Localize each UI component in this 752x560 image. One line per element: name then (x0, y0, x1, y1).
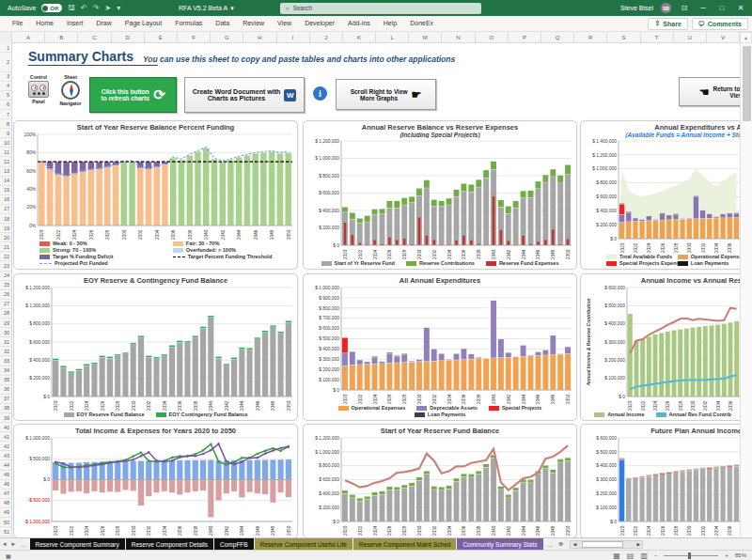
add-sheet-icon[interactable]: ⊕ (556, 540, 566, 548)
column-header[interactable]: A (12, 32, 45, 43)
ribbon-tab-draw[interactable]: Draw (89, 16, 118, 31)
zoom-out-icon[interactable]: − (654, 552, 658, 558)
save-icon[interactable]: 🖫 (68, 5, 75, 12)
ribbon-tab-formulas[interactable]: Formulas (168, 16, 209, 31)
comments-button[interactable]: 🗩Comments (692, 18, 748, 30)
row-header[interactable]: 28 (0, 309, 11, 319)
sheet-navigator-button[interactable]: Sheet Navigator (55, 74, 86, 106)
column-header[interactable]: B (45, 32, 78, 43)
ribbon-tab-developer[interactable]: Developer (298, 16, 341, 31)
minimize-icon[interactable]: ─ (697, 4, 709, 12)
horizontal-scrollbar[interactable]: ◀ ▶ (570, 540, 643, 549)
column-header[interactable]: F (178, 32, 211, 43)
zoom-slider-thumb[interactable] (688, 552, 691, 559)
maximize-icon[interactable]: □ (716, 4, 728, 12)
ribbon-tab-file[interactable]: File (6, 16, 29, 31)
row-header[interactable]: 1 (0, 43, 11, 53)
row-header[interactable]: 7 (0, 110, 11, 119)
sheet-tab-reserve-component-useful-life[interactable]: Reserve Component Useful Life (255, 538, 352, 551)
ribbon-tab-view[interactable]: View (271, 16, 298, 31)
sheet-tab-community-summary-stats[interactable]: Community Summary Stats (457, 538, 542, 551)
zoom-in-icon[interactable]: + (725, 552, 728, 558)
tab-nav-right-icon[interactable]: ▸ (9, 540, 19, 548)
pointer-icon[interactable]: ➤ (104, 5, 111, 12)
row-header[interactable]: 29 (0, 319, 11, 328)
row-header[interactable]: 44 (0, 460, 11, 470)
normal-view-icon[interactable]: ▦ (613, 552, 620, 560)
column-header[interactable]: S (607, 32, 640, 43)
tab-overflow-right-icon[interactable]: … (544, 541, 556, 548)
row-header[interactable]: 36 (0, 385, 11, 395)
row-header[interactable]: 17 (0, 205, 11, 214)
page-break-view-icon[interactable]: ▥ (640, 552, 648, 560)
autosave-toggle[interactable]: Off (41, 4, 62, 12)
select-all-corner[interactable] (0, 32, 12, 43)
row-header[interactable]: 8 (0, 119, 11, 129)
row-header[interactable]: 5 (0, 91, 11, 101)
row-header[interactable]: 38 (0, 404, 11, 413)
avatar[interactable]: SB (661, 3, 671, 13)
search-input[interactable]: ⌕Search (280, 3, 481, 14)
ribbon-tab-add-ins[interactable]: Add-ins (341, 16, 377, 31)
chart-card-expenditures-vs-available[interactable]: Annual Expenditures vs A(Available Funds… (580, 120, 745, 270)
ribbon-tab-data[interactable]: Data (209, 16, 236, 31)
row-header[interactable]: 31 (0, 337, 11, 347)
zoom-slider[interactable] (664, 555, 718, 556)
user-name[interactable]: Steve Bisel (620, 5, 653, 11)
row-header[interactable]: 23 (0, 261, 11, 271)
ribbon-tab-doneex[interactable]: DoneEx (403, 16, 440, 31)
sheet-tab-reserve-component-summary[interactable]: Reserve Component Summary (30, 538, 125, 551)
ribbon-tab-page-layout[interactable]: Page Layout (118, 16, 168, 31)
tab-nav-left-icon[interactable]: ◂ (0, 540, 9, 548)
chart-card-future-plan-income[interactable]: Future Plan Annual Income$ 0$ 100,000$ 2… (580, 424, 745, 537)
row-header[interactable]: 4 (0, 82, 11, 91)
row-header[interactable]: 48 (0, 499, 11, 508)
ribbon-tab-home[interactable]: Home (29, 16, 60, 31)
column-header[interactable]: D (112, 32, 145, 43)
sheet-tab-compffb[interactable]: CompFFB (214, 538, 254, 551)
row-header[interactable]: 10 (0, 138, 11, 148)
row-header[interactable]: 3 (0, 72, 11, 82)
sheet-tab-reserve-component-maint-sched[interactable]: Reserve Component Maint Sched (353, 538, 457, 551)
accessibility-status-icon[interactable]: ▦ (0, 552, 11, 559)
row-header[interactable]: 35 (0, 376, 11, 385)
chart-card-pct-funding[interactable]: Start of Year Reserve Balance Percent Fu… (13, 120, 298, 270)
chart-card-all-expenditures[interactable]: All Annual Expenditures$ 0$ 100,000$ 200… (303, 273, 577, 421)
column-header[interactable]: N (442, 32, 475, 43)
chart-card-eoy-reserve-contingency[interactable]: EOY Reserve & Contingency Fund Balance$ … (13, 273, 298, 421)
redo-icon[interactable]: ↷ (93, 5, 100, 12)
row-header[interactable]: 30 (0, 328, 11, 337)
ribbon-tab-insert[interactable]: Insert (60, 16, 90, 31)
column-header[interactable]: P (509, 32, 541, 43)
column-header[interactable]: U (674, 32, 707, 43)
qat-dropdown-icon[interactable]: ▾ (117, 5, 120, 12)
row-header[interactable]: 51 (0, 527, 11, 537)
scroll-right-button[interactable]: Scroll Right to ViewMore Graphs ☛ (336, 79, 436, 110)
row-header[interactable]: 46 (0, 480, 11, 490)
row-header[interactable]: 19 (0, 224, 11, 233)
row-header[interactable]: 16 (0, 195, 11, 205)
sheet-tab-reserve-component-details[interactable]: Reserve Component Details (126, 538, 213, 551)
row-header[interactable]: 15 (0, 186, 11, 195)
chart-card-balance-vs-expenses[interactable]: Annual Reserve Balance vs Reserve Expens… (303, 120, 577, 270)
column-header[interactable]: H (243, 32, 276, 43)
row-header[interactable]: 12 (0, 157, 11, 166)
row-header[interactable]: 49 (0, 508, 11, 518)
page-layout-view-icon[interactable]: ▤ (627, 552, 634, 560)
row-header[interactable]: 47 (0, 490, 11, 499)
row-header[interactable]: 50 (0, 518, 11, 527)
tab-overflow-left-icon[interactable]: … (18, 541, 30, 548)
ribbon-tab-help[interactable]: Help (377, 16, 403, 31)
row-header[interactable]: 27 (0, 300, 11, 309)
refresh-charts-button[interactable]: Click this button to refresh charts ⟳ (89, 77, 177, 113)
row-header[interactable]: 39 (0, 413, 11, 423)
row-header[interactable]: 18 (0, 214, 11, 224)
row-header[interactable]: 21 (0, 242, 11, 252)
row-header[interactable]: 9 (0, 129, 11, 138)
horizontal-scrollbar-thumb[interactable] (582, 541, 623, 548)
row-header[interactable]: 25 (0, 281, 11, 290)
column-header[interactable]: O (476, 32, 509, 43)
document-title[interactable]: RFA V5.2 Beta A▾ (179, 0, 234, 16)
chart-card-total-income-expenses[interactable]: Total Income & Expenses for Years 2020 t… (13, 424, 298, 537)
close-icon[interactable]: ✕ (735, 4, 746, 12)
